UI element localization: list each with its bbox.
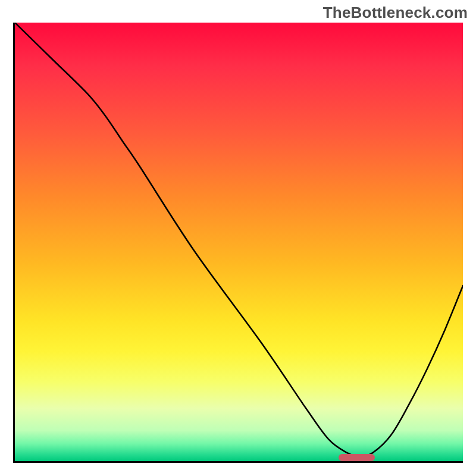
plot-area bbox=[13, 23, 463, 463]
chart-container: TheBottleneck.com bbox=[0, 0, 476, 476]
curve-path bbox=[15, 23, 463, 457]
optimal-range-marker bbox=[339, 454, 374, 461]
watermark-text: TheBottleneck.com bbox=[323, 4, 468, 22]
performance-curve bbox=[15, 23, 463, 461]
